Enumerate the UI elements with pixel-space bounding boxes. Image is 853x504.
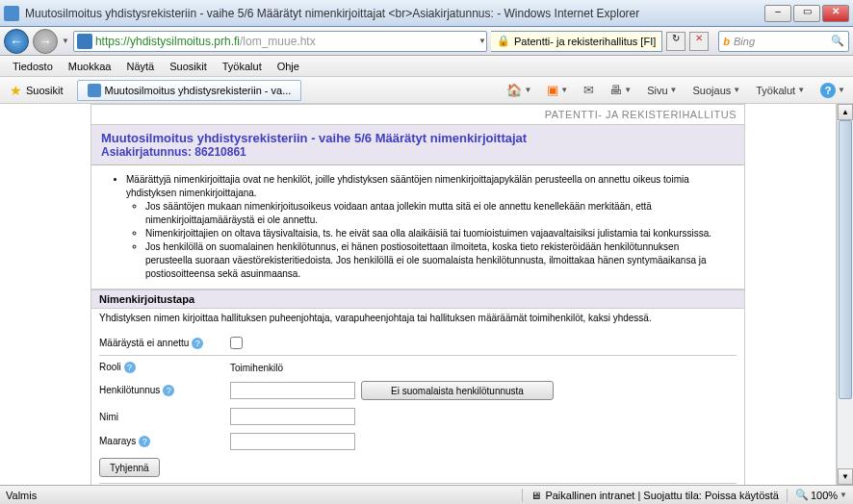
page-heading: Muutosilmoitus yhdistysrekisteriin - vai…	[91, 125, 744, 165]
zoom-control[interactable]: 🔍 100% ▼	[795, 489, 847, 501]
ssl-label: Patentti- ja rekisterihallitus [FI]	[514, 36, 656, 47]
rss-icon: ▣	[547, 83, 558, 97]
menu-nayta[interactable]: Näytä	[119, 59, 161, 74]
menu-suosikit[interactable]: Suosikit	[163, 59, 214, 74]
help-icon: ?	[820, 83, 836, 98]
section-header: Nimenkirjoitustapa	[91, 290, 744, 309]
forward-button[interactable]: →	[33, 29, 58, 54]
stop-button[interactable]: ✕	[689, 32, 709, 51]
info-box: Määrättyjä nimenkirjoittajia ovat ne hen…	[91, 165, 744, 290]
rooli-value: Toimihenkilö	[230, 363, 283, 373]
menu-bar: Tiedosto Muokkaa Näytä Suosikit Työkalut…	[0, 56, 853, 77]
zoom-dropdown-icon[interactable]: ▼	[840, 491, 847, 499]
tools-menu[interactable]: Työkalut▼	[752, 83, 809, 98]
minimize-button[interactable]: –	[764, 5, 791, 22]
lock-icon: 🔒	[497, 35, 510, 47]
feeds-button[interactable]: ▣▼	[543, 81, 572, 99]
hetu-input[interactable]	[230, 382, 355, 399]
favorites-label: Suosikit	[26, 85, 64, 96]
home-button[interactable]: 🏠▼	[503, 81, 535, 99]
zoom-icon: 🔍	[795, 489, 809, 501]
close-button[interactable]: ✕	[822, 5, 849, 22]
url-text: https://yhdistysilmoitus.prh.fi/lom_muue…	[95, 35, 478, 48]
nav-history-dropdown[interactable]: ▼	[62, 37, 69, 45]
address-bar[interactable]: https://yhdistysilmoitus.prh.fi/lom_muue…	[73, 31, 487, 52]
command-bar: 🏠▼ ▣▼ ✉ 🖶▼ Sivu▼ Suojaus▼ Työkalut▼ ?▼	[503, 81, 849, 100]
form-area: Määräystä ei annettu ? Rooli ? Toimihenk…	[91, 327, 744, 485]
search-box[interactable]: b Bing 🔍	[718, 31, 849, 52]
section-desc: Yhdistyksen nimen kirjoittaa hallituksen…	[91, 309, 744, 327]
vertical-scrollbar[interactable]: ▲ ▼	[837, 104, 853, 485]
maximize-button[interactable]: ▭	[793, 5, 820, 22]
mail-icon: ✉	[583, 83, 594, 97]
ssl-identity[interactable]: 🔒 Patentti- ja rekisterihallitus [FI]	[491, 31, 662, 52]
print-icon: 🖶	[609, 83, 622, 97]
page-title: Muutosilmoitus yhdistysrekisteriin - vai…	[101, 131, 735, 145]
zoom-value: 100%	[811, 490, 838, 501]
window-title: Muutosilmoitus yhdistysrekisteriin - vai…	[25, 7, 764, 20]
star-icon: ★	[10, 83, 22, 98]
maarays-input[interactable]	[230, 433, 355, 450]
menu-tiedosto[interactable]: Tiedosto	[6, 59, 60, 74]
window-titlebar: Muutosilmoitus yhdistysrekisteriin - vai…	[0, 0, 853, 27]
menu-tyokalut[interactable]: Työkalut	[216, 59, 269, 74]
mail-button[interactable]: ✉	[580, 81, 598, 99]
scroll-thumb[interactable]	[839, 120, 852, 399]
form-page: PATENTTI- JA REKISTERIHALLITUS Muutosilm…	[90, 104, 745, 485]
page-subtitle: Asiakirjatunnus: 86210861	[101, 145, 735, 159]
page-menu[interactable]: Sivu▼	[643, 83, 681, 98]
info-sub: Jos sääntöjen mukaan nimenkirjoitusoikeu…	[145, 200, 725, 227]
help-icon[interactable]: ?	[124, 362, 136, 373]
internet-zone-icon: 🖥	[530, 490, 541, 501]
menu-ohje[interactable]: Ohje	[271, 59, 306, 74]
clear-button[interactable]: Tyhjennä	[99, 458, 160, 477]
info-sub: Jos henkilöllä on suomalainen henkilötun…	[145, 240, 725, 281]
help-button[interactable]: ?▼	[816, 81, 849, 100]
maarays-label: Maarays ?	[99, 436, 224, 447]
search-engine-label: Bing	[734, 36, 827, 47]
tab-favicon	[88, 84, 101, 97]
favorites-button[interactable]: ★ Suosikit	[4, 81, 69, 100]
status-text: Valmis	[6, 490, 198, 501]
scroll-track[interactable]	[838, 120, 853, 468]
safety-menu[interactable]: Suojaus▼	[689, 83, 745, 98]
site-icon	[77, 34, 92, 49]
browser-tab[interactable]: Muutosilmoitus yhdistysrekisteriin - va.…	[77, 80, 302, 101]
scroll-up-button[interactable]: ▲	[838, 104, 853, 120]
menu-muokkaa[interactable]: Muokkaa	[62, 59, 118, 74]
scroll-down-button[interactable]: ▼	[838, 468, 853, 485]
home-icon: 🏠	[506, 83, 522, 97]
back-button[interactable]: ←	[4, 29, 29, 54]
brand-label: PATENTTI- JA REKISTERIHALLITUS	[91, 105, 744, 125]
search-icon[interactable]: 🔍	[831, 35, 844, 47]
status-bar: Valmis 🖥 Paikallinen intranet | Suojattu…	[0, 485, 853, 504]
print-button[interactable]: 🖶▼	[606, 81, 635, 99]
favorites-bar: ★ Suosikit Muutosilmoitus yhdistysrekist…	[0, 77, 853, 104]
rooli-label: Rooli ?	[99, 362, 224, 373]
help-icon[interactable]: ?	[192, 338, 203, 349]
tab-title: Muutosilmoitus yhdistysrekisteriin - va.…	[105, 85, 292, 96]
ie-icon	[4, 6, 19, 21]
navigation-bar: ← → ▼ https://yhdistysilmoitus.prh.fi/lo…	[0, 27, 853, 56]
security-zone[interactable]: 🖥 Paikallinen intranet | Suojattu tila: …	[530, 490, 779, 501]
info-sub: Nimenkirjoittajien on oltava täysivaltai…	[145, 227, 725, 240]
maaraysta-checkbox[interactable]	[230, 337, 243, 349]
maaraysta-label: Määräystä ei annettu ?	[99, 338, 224, 349]
url-dropdown-icon[interactable]: ▼	[478, 37, 486, 45]
content-viewport: PATENTTI- JA REKISTERIHALLITUS Muutosilm…	[0, 104, 837, 485]
refresh-button[interactable]: ↻	[666, 32, 685, 51]
info-bullet: Määrättyjä nimenkirjoittajia ovat ne hen…	[126, 173, 725, 200]
bing-icon: b	[723, 36, 730, 47]
nimi-input[interactable]	[230, 408, 355, 425]
nimi-label: Nimi	[99, 412, 224, 422]
help-icon[interactable]: ?	[139, 436, 150, 447]
help-icon[interactable]: ?	[163, 385, 174, 396]
hetu-label: Henkilötunnus ?	[99, 385, 224, 396]
no-finnish-id-button[interactable]: Ei suomalaista henkilötunnusta	[361, 381, 554, 400]
window-controls: – ▭ ✕	[764, 5, 849, 22]
